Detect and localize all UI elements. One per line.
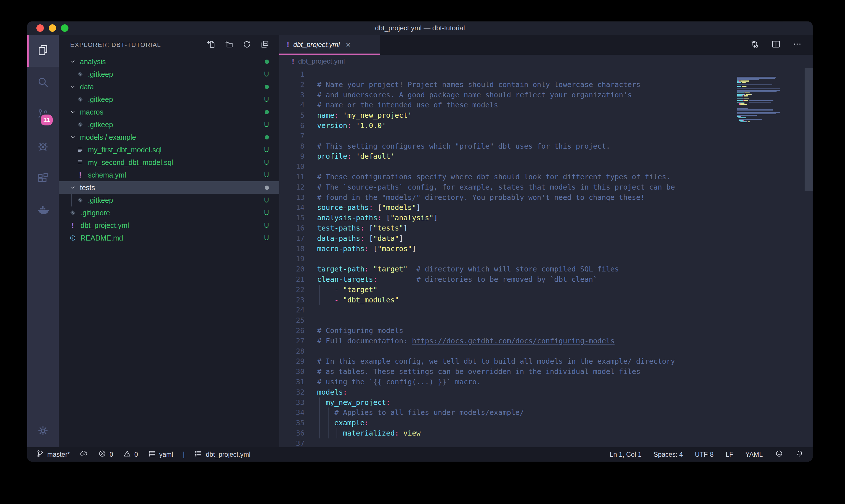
code-line[interactable]: 33 my_new_project: — [279, 397, 733, 408]
tree-file--gitkeep[interactable]: .gitkeepU — [59, 118, 279, 131]
code-line[interactable]: 26# Configuring models — [279, 326, 733, 336]
chevron-down-icon[interactable] — [69, 184, 76, 191]
code-line[interactable]: 10 — [279, 162, 733, 172]
activity-item-explorer[interactable] — [27, 35, 59, 67]
minimize-window-button[interactable] — [49, 24, 56, 32]
line-number: 33 — [279, 397, 305, 408]
status-cursor-position[interactable]: Ln 1, Col 1 — [610, 451, 642, 458]
code-line[interactable]: 12# The `source-paths` config, for examp… — [279, 182, 733, 193]
status-indentation[interactable]: Spaces: 4 — [654, 451, 683, 458]
code-line[interactable]: 15analysis-paths: ["analysis"] — [279, 213, 733, 223]
more-icon[interactable] — [792, 39, 802, 50]
activity-item-docker[interactable] — [27, 195, 59, 227]
refresh-icon[interactable] — [242, 39, 252, 50]
tree-file-my-first-dbt-model-sql[interactable]: my_first_dbt_model.sqlU — [59, 143, 279, 156]
tab-dbt-project-yml[interactable]: ! dbt_project.yml × — [279, 35, 380, 55]
code-line[interactable]: 16test-paths: ["tests"] — [279, 223, 733, 233]
tree-folder-macros[interactable]: macros — [59, 106, 279, 118]
chevron-down-icon[interactable] — [69, 133, 76, 141]
code-line[interactable]: 8# This setting configures which "profil… — [279, 141, 733, 151]
status-notifications[interactable] — [795, 449, 804, 460]
chevron-down-icon[interactable] — [69, 108, 76, 116]
tree-file-readme-md[interactable]: README.mdU — [59, 232, 279, 244]
status-eol[interactable]: LF — [725, 451, 733, 458]
tree-folder-tests[interactable]: tests — [59, 181, 279, 194]
code-line[interactable]: 30# as tables. These settings can be ove… — [279, 366, 733, 377]
code-line[interactable]: 23 - "dbt_modules" — [279, 295, 733, 305]
code-line[interactable]: 29# In this example config, we tell dbt … — [279, 356, 733, 366]
status-errors[interactable]: 0 — [98, 449, 113, 460]
close-window-button[interactable] — [36, 24, 44, 32]
code-line[interactable]: 6version: '1.0.0' — [279, 121, 733, 131]
breadcrumb[interactable]: ! dbt_project.yml — [279, 55, 813, 68]
collapse-all-icon[interactable] — [260, 39, 270, 50]
code-line-content: analysis-paths: ["analysis"] — [305, 213, 438, 223]
tree-file-schema-yml[interactable]: !schema.ymlU — [59, 169, 279, 181]
code-line[interactable]: 31# using the `{{ config(...) }}` macro. — [279, 377, 733, 387]
tree-file--gitkeep[interactable]: .gitkeepU — [59, 194, 279, 206]
doc-link[interactable]: https://docs.getdbt.com/docs/configuring… — [412, 337, 614, 345]
split-icon[interactable] — [771, 39, 781, 50]
code-line[interactable]: 14source-paths: ["models"] — [279, 202, 733, 213]
code-line[interactable]: 11# These configurations specify where d… — [279, 172, 733, 182]
code-line[interactable]: 3# and underscores. A good package name … — [279, 90, 733, 100]
chevron-down-icon[interactable] — [69, 58, 76, 65]
code-line[interactable]: 21clean-targets: # directories to be rem… — [279, 274, 733, 285]
code-line[interactable]: 17data-paths: ["data"] — [279, 233, 733, 244]
chevron-down-icon[interactable] — [69, 83, 76, 90]
tree-folder-data[interactable]: data — [59, 80, 279, 93]
status-task-file[interactable]: dbt_project.yml — [194, 449, 250, 460]
status-publish-changes[interactable] — [79, 449, 88, 460]
code-line[interactable]: 28 — [279, 346, 733, 357]
code-area[interactable]: 12# Name your project! Project names sho… — [279, 68, 733, 447]
code-line[interactable]: 18macro-paths: ["macros"] — [279, 244, 733, 254]
breadcrumb-file[interactable]: dbt_project.yml — [298, 57, 345, 65]
code-line[interactable]: 1 — [279, 69, 733, 79]
tree-file--gitkeep[interactable]: .gitkeepU — [59, 93, 279, 106]
minimap[interactable] — [733, 68, 805, 447]
new-folder-icon[interactable] — [224, 39, 234, 50]
status-feedback[interactable] — [775, 449, 784, 460]
code-line[interactable]: 25 — [279, 315, 733, 326]
status-task-yaml[interactable]: yaml — [148, 449, 173, 460]
code-line[interactable]: 36 materialized: view — [279, 428, 733, 438]
code-line[interactable]: 7 — [279, 131, 733, 141]
zoom-window-button[interactable] — [61, 24, 69, 32]
tree-file--gitkeep[interactable]: .gitkeepU — [59, 68, 279, 80]
code-line[interactable]: 20target-path: "target" # directory whic… — [279, 264, 733, 274]
activity-item-source-control[interactable]: 11 — [27, 99, 59, 131]
code-line[interactable]: 24 — [279, 305, 733, 315]
compare-icon[interactable] — [750, 39, 760, 50]
code-line[interactable]: 32models: — [279, 387, 733, 397]
activity-item-settings[interactable] — [27, 415, 59, 447]
vertical-scrollbar[interactable] — [805, 68, 813, 447]
activity-item-search[interactable] — [27, 67, 59, 99]
code-line[interactable]: 13# found in the "models/" directory. Yo… — [279, 193, 733, 203]
code-line[interactable]: 27# Full documentation: https://docs.get… — [279, 336, 733, 346]
activity-item-debug[interactable] — [27, 131, 59, 163]
code-line[interactable]: 19 — [279, 254, 733, 264]
tree-file-dbt-project-yml[interactable]: !dbt_project.ymlU — [59, 219, 279, 232]
close-tab-icon[interactable]: × — [345, 40, 350, 50]
tree-file-my-second-dbt-model-sql[interactable]: my_second_dbt_model.sqlU — [59, 156, 279, 169]
tree-folder-models-example[interactable]: models / example — [59, 131, 279, 143]
activity-item-extensions[interactable] — [27, 163, 59, 195]
code-line-content: my_new_project: — [305, 397, 391, 408]
tree-file--gitignore[interactable]: .gitignoreU — [59, 206, 279, 219]
status-language-mode[interactable]: YAML — [745, 451, 763, 458]
code-line[interactable]: 4# name or the intended use of these mod… — [279, 100, 733, 110]
code-line[interactable]: 2# Name your project! Project names shou… — [279, 79, 733, 90]
status-git-branch[interactable]: master* — [36, 449, 70, 460]
code-line[interactable]: 37 — [279, 438, 733, 447]
title-bar[interactable]: dbt_project.yml — dbt-tutorial — [27, 21, 813, 35]
code-line[interactable]: 5name: 'my_new_project' — [279, 110, 733, 121]
new-file-icon[interactable] — [206, 39, 216, 50]
code-line[interactable]: 35 example: — [279, 418, 733, 428]
code-line[interactable]: 9profile: 'default' — [279, 151, 733, 162]
status-encoding[interactable]: UTF-8 — [695, 451, 714, 458]
tree-folder-analysis[interactable]: analysis — [59, 55, 279, 68]
code-line[interactable]: 34 # Applies to all files under models/e… — [279, 408, 733, 418]
status-warnings[interactable]: 0 — [123, 449, 138, 460]
scrollbar-thumb[interactable] — [805, 68, 813, 191]
code-line[interactable]: 22 - "target" — [279, 285, 733, 295]
